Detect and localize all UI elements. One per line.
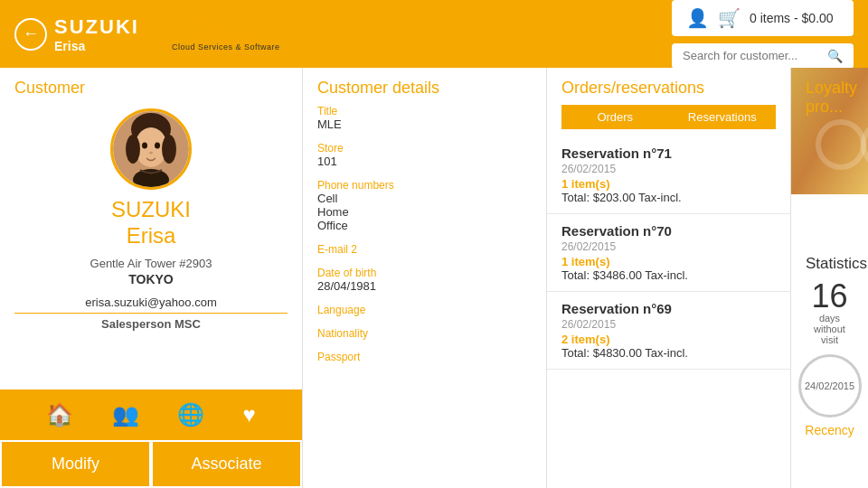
list-item[interactable]: Reservation n°71 26/02/2015 1 item(s) To… [547, 136, 790, 214]
heart-icon[interactable]: ♥ [243, 402, 256, 427]
reservation-total: Total: $3486.00 Tax-incl. [561, 268, 776, 282]
customer-name: SUZUKI Erisa [111, 197, 191, 249]
header-right: 👤 🛒 0 items - $0.00 🔍 [672, 0, 854, 69]
tab-reservations[interactable]: Reservations [669, 105, 777, 129]
circle-date: 24/02/2015 [805, 380, 854, 391]
search-bar[interactable]: 🔍 [672, 43, 854, 69]
back-icon: ← [14, 18, 47, 51]
recency-circle: 24/02/2015 [798, 354, 862, 418]
cegid-logo: Cegid Cloud Services & Software [172, 17, 280, 52]
field-label: Title [317, 105, 532, 117]
field-value: Cell Home Office [317, 192, 532, 232]
svg-point-7 [149, 152, 153, 155]
back-button[interactable]: ← SUZUKI Erisa [14, 15, 139, 53]
people-icon[interactable]: 👥 [112, 402, 139, 427]
avatar-image [113, 111, 189, 187]
details-fields: TitleMLEStore101Phone numbersCell Home O… [317, 105, 532, 363]
globe-icon[interactable]: 🌐 [177, 402, 204, 427]
field-value: MLE [317, 117, 532, 131]
brand-name: SUZUKI [54, 15, 139, 39]
days-without-visit: 16 dayswithout visit [791, 277, 868, 349]
tab-orders[interactable]: Orders [561, 105, 669, 129]
logo-c: C [191, 15, 209, 43]
brand-sub: Erisa [54, 39, 139, 53]
reservation-title: Reservation n°71 [561, 145, 776, 161]
recency-circle-wrap: 24/02/2015 [791, 354, 868, 418]
orders-label: Orders/reservations [547, 68, 790, 98]
field-value: 28/04/1981 [317, 279, 532, 293]
modify-button[interactable]: Modify [0, 440, 151, 488]
loyalty-content: Loyalty pro... Statistics 16 dayswithout… [791, 68, 868, 437]
list-item[interactable]: Reservation n°69 26/02/2015 2 item(s) To… [547, 292, 790, 370]
avatar [110, 108, 192, 190]
field-label: Nationality [317, 327, 532, 340]
person-icon: 👤 [686, 7, 709, 29]
svg-point-6 [155, 143, 160, 149]
associate-button[interactable]: Associate [151, 440, 302, 488]
customer-info: SUZUKI Erisa Gentle Air Tower #2903 TOKY… [0, 101, 302, 338]
svg-point-5 [142, 143, 147, 149]
reservation-total: Total: $203.00 Tax-incl. [561, 191, 776, 204]
detail-field: TitleMLE [317, 105, 532, 131]
customer-actions: Modify Associate [0, 440, 302, 488]
brand-name-block: SUZUKI Erisa [54, 15, 139, 53]
days-number: 16 [806, 280, 854, 313]
detail-field: Nationality [317, 327, 532, 340]
reservation-date: 26/02/2015 [561, 240, 776, 253]
logo-name: egid [209, 15, 261, 43]
reservation-items: 1 item(s) [561, 255, 776, 268]
reservation-date: 26/02/2015 [561, 318, 776, 331]
cart-icon: 🛒 [718, 7, 741, 29]
details-label: Customer details [317, 68, 532, 105]
customer-city: TOKYO [128, 272, 174, 286]
detail-field: Phone numbersCell Home Office [317, 179, 532, 232]
detail-field: Store101 [317, 142, 532, 168]
customer-panel: Customer [0, 68, 303, 488]
field-label: Passport [317, 351, 532, 363]
customer-icons-bar: 🏠 👥 🌐 ♥ [0, 389, 302, 440]
detail-field: E-mail 2 [317, 243, 532, 256]
reservation-items: 2 item(s) [561, 333, 776, 346]
field-label: Phone numbers [317, 179, 532, 192]
field-label: Store [317, 142, 532, 155]
customer-address: Gentle Air Tower #2903 [90, 257, 212, 270]
field-value: 101 [317, 155, 532, 168]
header: ← SUZUKI Erisa Cegid Cloud Services & So… [0, 0, 868, 68]
reservation-total: Total: $4830.00 Tax-incl. [561, 346, 776, 360]
loyalty-panel: Loyalty pro... Statistics 16 dayswithout… [791, 68, 868, 488]
logo-tagline: Cloud Services & Software [172, 42, 280, 52]
reservation-title: Reservation n°70 [561, 223, 776, 239]
detail-field: Language [317, 304, 532, 316]
loyalty-label: Loyalty pro... [791, 68, 868, 117]
home-icon[interactable]: 🏠 [46, 402, 73, 427]
svg-point-4 [162, 135, 176, 164]
field-label: Language [317, 304, 532, 316]
reservation-items: 1 item(s) [561, 177, 776, 191]
statistics-label: Statistics [791, 248, 868, 277]
days-sub: dayswithout visit [806, 313, 854, 345]
detail-field: Date of birth28/04/1981 [317, 267, 532, 293]
field-label: Date of birth [317, 267, 532, 279]
list-item[interactable]: Reservation n°70 26/02/2015 1 item(s) To… [547, 214, 790, 292]
main-content: Customer [0, 68, 868, 488]
customer-email: erisa.suzuki@yahoo.com [14, 296, 288, 314]
cart-widget[interactable]: 👤 🛒 0 items - $0.00 [672, 0, 854, 36]
detail-field: Passport [317, 351, 532, 363]
search-input[interactable] [683, 49, 827, 62]
orders-panel: Orders/reservations Orders Reservations … [547, 68, 791, 488]
reservation-date: 26/02/2015 [561, 163, 776, 175]
svg-point-3 [126, 135, 140, 164]
field-label: E-mail 2 [317, 243, 532, 256]
recency-label: Recency [791, 423, 868, 437]
customer-label: Customer [0, 68, 302, 101]
reservations-list: Reservation n°71 26/02/2015 1 item(s) To… [547, 136, 790, 370]
cart-text: 0 items - $0.00 [750, 11, 834, 25]
search-icon[interactable]: 🔍 [827, 49, 843, 63]
reservation-title: Reservation n°69 [561, 301, 776, 316]
details-panel: Customer details TitleMLEStore101Phone n… [303, 68, 547, 488]
orders-tabs: Orders Reservations [561, 105, 776, 129]
customer-salesperson: Salesperson MSC [101, 317, 201, 331]
